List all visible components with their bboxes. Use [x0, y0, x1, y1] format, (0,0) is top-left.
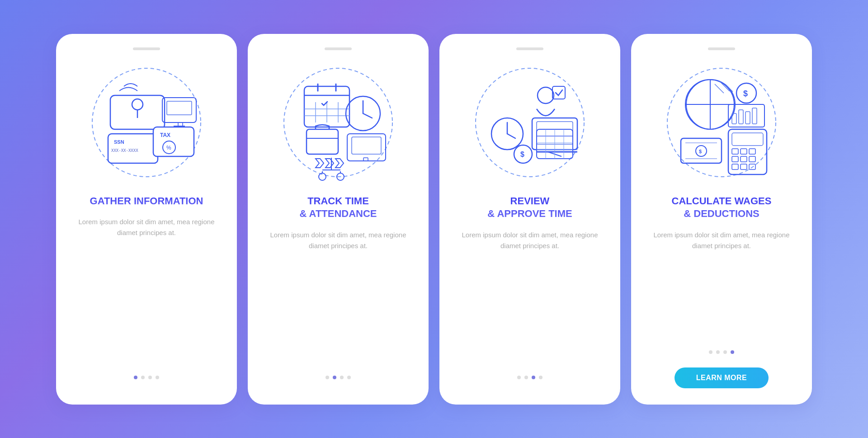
card-dots-review	[517, 376, 542, 379]
card-gather-information: SSN XXX-XX-XXXX TAX % GATHER INFORMATION…	[56, 34, 237, 405]
card-title-gather: GATHER INFORMATION	[90, 195, 203, 208]
svg-line-61	[715, 84, 724, 93]
dot-2	[333, 376, 336, 379]
dot-4	[731, 350, 734, 354]
svg-rect-85	[745, 112, 750, 124]
learn-more-button[interactable]: LEARN MORE	[675, 367, 769, 388]
gather-information-illustration: SSN XXX-XX-XXXX TAX %	[83, 59, 210, 186]
svg-text:TAX: TAX	[160, 132, 170, 138]
svg-rect-78	[749, 156, 755, 162]
svg-text:$: $	[520, 151, 524, 158]
dot-4	[156, 376, 159, 379]
svg-rect-84	[739, 110, 743, 124]
svg-text:$: $	[699, 149, 702, 154]
svg-rect-42	[552, 86, 565, 99]
card-desc-review: Lorem ipsum dolor sit dim amet, mea regi…	[456, 230, 604, 251]
svg-rect-33	[363, 158, 368, 161]
track-time-illustration	[275, 59, 401, 186]
svg-rect-71	[728, 129, 767, 174]
svg-point-41	[538, 87, 554, 104]
card-review-approve: $ REVIEW& APPROVE TIME Lorem ipsum dolor…	[439, 34, 620, 405]
svg-rect-31	[352, 137, 381, 154]
card-calculate-wages: $ $	[631, 34, 812, 405]
svg-line-29	[363, 113, 372, 118]
svg-rect-72	[732, 133, 763, 146]
svg-rect-80	[741, 164, 747, 170]
svg-rect-73	[732, 149, 738, 154]
svg-rect-75	[749, 149, 755, 154]
dot-3	[532, 376, 535, 379]
cards-container: SSN XXX-XX-XXXX TAX % GATHER INFORMATION…	[38, 16, 830, 423]
dot-1	[709, 350, 712, 354]
dot-4	[539, 376, 542, 379]
card-title-review: REVIEW& APPROVE TIME	[487, 195, 572, 221]
dot-3	[340, 376, 344, 379]
calculate-wages-illustration: $ $	[658, 59, 785, 186]
svg-rect-25	[307, 129, 338, 154]
card-notch-2	[325, 47, 352, 50]
svg-rect-77	[741, 156, 747, 162]
card-desc-track: Lorem ipsum dolor sit dim amet, mea regi…	[264, 230, 412, 251]
dot-1	[517, 376, 521, 379]
review-approve-illustration: $	[467, 59, 593, 186]
card-desc-calculate: Lorem ipsum dolor sit dim amet, mea regi…	[647, 230, 796, 251]
dot-3	[148, 376, 152, 379]
svg-point-2	[132, 99, 143, 110]
card-desc-gather: Lorem ipsum dolor sit dim amet, mea regi…	[72, 217, 221, 238]
card-dots-track	[326, 376, 351, 379]
svg-text:%: %	[166, 145, 171, 151]
dot-2	[716, 350, 720, 354]
dot-3	[723, 350, 727, 354]
dot-4	[347, 376, 351, 379]
svg-text:$: $	[743, 89, 748, 98]
svg-rect-14	[178, 122, 183, 126]
card-notch-3	[516, 47, 543, 50]
svg-rect-74	[741, 149, 747, 154]
dot-1	[326, 376, 329, 379]
svg-rect-79	[732, 164, 738, 170]
card-title-calculate: CALCULATE WAGES& DEDUCTIONS	[672, 195, 772, 221]
card-notch-4	[708, 47, 735, 50]
svg-text:SSN: SSN	[114, 139, 124, 145]
svg-text:XXX-XX-XXXX: XXX-XX-XXXX	[111, 148, 138, 153]
card-dots-gather	[134, 376, 159, 379]
svg-rect-76	[732, 156, 738, 162]
card-dots-calculate	[709, 350, 734, 354]
svg-rect-12	[167, 101, 192, 115]
card-notch	[133, 47, 160, 50]
dot-2	[524, 376, 528, 379]
dot-2	[141, 376, 145, 379]
card-title-track: TRACK TIME& ATTENDANCE	[299, 195, 377, 221]
svg-line-45	[507, 134, 515, 138]
svg-rect-86	[752, 108, 757, 124]
svg-rect-30	[347, 134, 386, 161]
card-track-time: TRACK TIME& ATTENDANCE Lorem ipsum dolor…	[248, 34, 429, 405]
dot-1	[134, 376, 137, 379]
